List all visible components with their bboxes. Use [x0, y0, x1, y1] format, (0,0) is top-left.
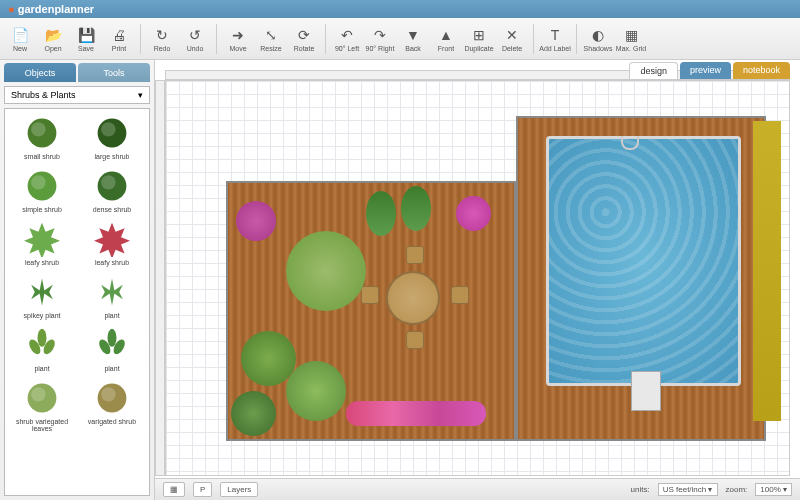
delete-button[interactable]: ✕Delete	[496, 20, 528, 58]
flower-object[interactable]	[456, 196, 491, 231]
rot90r-button[interactable]: ↷90° Right	[364, 20, 396, 58]
svg-point-15	[31, 387, 45, 401]
grid-toggle-button[interactable]: ▦	[163, 482, 185, 497]
shadows-button[interactable]: ◐Shadows	[582, 20, 614, 58]
plant-icon	[24, 274, 60, 310]
palette-item[interactable]: leafy shrub	[9, 219, 75, 268]
palette-item[interactable]: small shrub	[9, 113, 75, 162]
units-label: units:	[631, 485, 650, 494]
resize-icon: ⤡	[262, 26, 280, 44]
chair-object[interactable]	[451, 286, 469, 304]
duplicate-icon: ⊞	[470, 26, 488, 44]
palette-item[interactable]: varigated shrub	[79, 378, 145, 434]
front-icon: ▲	[437, 26, 455, 44]
open-icon: 📂	[44, 26, 62, 44]
plant-icon	[24, 380, 60, 416]
main-toolbar: 📄New📂Open💾Save🖨Print↻Redo↺Undo➜Move⤡Resi…	[0, 18, 800, 60]
tab-objects[interactable]: Objects	[4, 63, 76, 82]
svg-point-8	[38, 329, 47, 347]
svg-point-5	[31, 175, 45, 189]
move-button[interactable]: ➜Move	[222, 20, 254, 58]
patio-table[interactable]	[386, 271, 440, 325]
svg-point-7	[101, 175, 115, 189]
palette-item[interactable]: spikey plant	[9, 272, 75, 321]
front-button[interactable]: ▲Front	[430, 20, 462, 58]
svg-point-11	[108, 329, 117, 347]
palette-item[interactable]: plant	[79, 325, 145, 374]
plant-icon	[94, 168, 130, 204]
palette-item[interactable]: leafy shrub	[79, 219, 145, 268]
delete-icon: ✕	[503, 26, 521, 44]
open-button[interactable]: 📂Open	[37, 20, 69, 58]
addlabel-icon: T	[546, 26, 564, 44]
chair-object[interactable]	[361, 286, 379, 304]
shrub-object[interactable]	[231, 391, 276, 436]
plant-icon	[24, 168, 60, 204]
tab-preview[interactable]: preview	[680, 62, 731, 79]
print-button[interactable]: 🖨Print	[103, 20, 135, 58]
rotate-button[interactable]: ⟳Rotate	[288, 20, 320, 58]
addlabel-button[interactable]: TAdd Label	[539, 20, 571, 58]
print-icon: 🖨	[110, 26, 128, 44]
svg-point-3	[101, 122, 115, 136]
plant-icon	[94, 115, 130, 151]
plant-object[interactable]	[401, 186, 431, 231]
plant-icon	[94, 327, 130, 363]
tab-tools[interactable]: Tools	[78, 63, 150, 82]
statusbar: ▦ P Layers units: US feet/inch ▾ zoom: 1…	[155, 478, 800, 500]
app-header: ● gardenplanner	[0, 0, 800, 18]
save-icon: 💾	[77, 26, 95, 44]
rotate-icon: ⟳	[295, 26, 313, 44]
redo-button[interactable]: ↻Redo	[146, 20, 178, 58]
category-label: Shrubs & Plants	[11, 90, 76, 100]
plant-icon	[24, 115, 60, 151]
palette-item[interactable]: simple shrub	[9, 166, 75, 215]
plant-icon	[94, 274, 130, 310]
rot90r-icon: ↷	[371, 26, 389, 44]
flower-bed[interactable]	[346, 401, 486, 426]
palette-item[interactable]: plant	[9, 325, 75, 374]
redo-icon: ↻	[153, 26, 171, 44]
new-icon: 📄	[11, 26, 29, 44]
new-button[interactable]: 📄New	[4, 20, 36, 58]
palette-item[interactable]: plant	[79, 272, 145, 321]
plant-object[interactable]	[366, 191, 396, 236]
back-icon: ▼	[404, 26, 422, 44]
save-button[interactable]: 💾Save	[70, 20, 102, 58]
tab-notebook[interactable]: notebook	[733, 62, 790, 79]
shrub-object[interactable]	[286, 231, 366, 311]
maxgrid-button[interactable]: ▦Max. Grid	[615, 20, 647, 58]
shadows-icon: ◐	[589, 26, 607, 44]
chair-object[interactable]	[406, 246, 424, 264]
shrub-object[interactable]	[236, 201, 276, 241]
design-canvas[interactable]	[165, 80, 790, 476]
chair-object[interactable]	[406, 331, 424, 349]
plant-icon	[24, 221, 60, 257]
palette-item[interactable]: large shrub	[79, 113, 145, 162]
back-button[interactable]: ▼Back	[397, 20, 429, 58]
palette-item[interactable]: dense shrub	[79, 166, 145, 215]
layers-button[interactable]: Layers	[220, 482, 258, 497]
palette-item[interactable]: shrub variegated leaves	[9, 378, 75, 434]
duplicate-button[interactable]: ⊞Duplicate	[463, 20, 495, 58]
pool-ladder[interactable]	[621, 136, 639, 150]
canvas-area: design preview notebook	[155, 60, 800, 500]
zoom-select[interactable]: 100% ▾	[755, 483, 792, 496]
category-select[interactable]: Shrubs & Plants ▾	[4, 86, 150, 104]
plant-icon	[94, 380, 130, 416]
rot90l-button[interactable]: ↶90° Left	[331, 20, 363, 58]
diving-board[interactable]	[631, 371, 661, 411]
snap-toggle-button[interactable]: P	[193, 482, 212, 497]
object-palette: small shrublarge shrubsimple shrubdense …	[4, 108, 150, 496]
plant-icon	[94, 221, 130, 257]
units-select[interactable]: US feet/inch ▾	[658, 483, 718, 496]
tab-design[interactable]: design	[629, 62, 678, 79]
pool-object[interactable]	[546, 136, 741, 386]
resize-button[interactable]: ⤡Resize	[255, 20, 287, 58]
sidebar-tabs: Objects Tools	[0, 60, 154, 82]
flower-border[interactable]	[753, 121, 781, 421]
shrub-object[interactable]	[286, 361, 346, 421]
ruler-vertical	[155, 80, 165, 476]
undo-button[interactable]: ↺Undo	[179, 20, 211, 58]
view-tabs: design preview notebook	[629, 62, 790, 79]
